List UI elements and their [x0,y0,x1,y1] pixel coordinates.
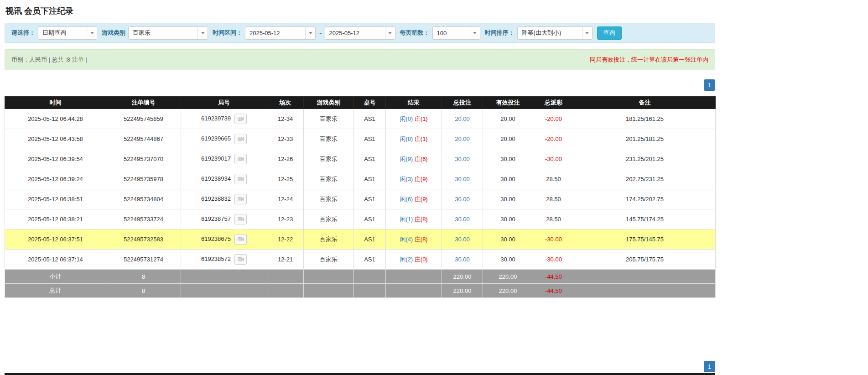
cell-note: 202.75/231.25 [574,169,716,189]
table-header-row: 时间注单编号局号场次游戏类别桌号结果总投注有效投注总派彩备注 [5,97,716,109]
cell-bet-id: 522495744867 [106,129,181,149]
cell-total-bet: 30.00 [442,250,483,270]
cell-result: 闲(0) 庄(1) [386,109,442,129]
video-replay-button[interactable] [234,214,247,224]
cell-bet-id: 522495731274 [106,250,181,270]
cell-total-bet: 30.00 [442,209,483,229]
total-row: 总计8220.00220.00-44.50 [5,284,716,298]
cell-round-id: 619239665 [181,129,267,149]
column-header: 有效投注 [483,97,533,109]
result-banker: 庄(0) [415,256,428,263]
cell-valid-bet: 30.00 [483,169,533,189]
page-size-value: 100 [433,27,470,39]
search-button[interactable]: 查询 [597,26,622,40]
chevron-down-icon[interactable] [198,27,208,39]
cell-total-bet: 30.00 [442,149,483,169]
result-player: 闲(3) [400,176,413,182]
round-id-text: 619239665 [201,135,231,142]
cell-bet-id: 522495732583 [106,229,181,250]
cell-payout: -20.00 [533,129,574,149]
cell-total-bet: 20.00 [442,109,483,129]
page-button-1[interactable]: 1 [704,79,715,91]
cell-empty [574,270,716,284]
subtotal-row: 小计8220.00220.00-44.50 [5,270,716,284]
result-banker: 庄(6) [415,156,428,162]
subtotal-count: 8 [106,270,181,284]
game-type-dropdown[interactable]: 百家乐 [128,26,208,40]
cell-table-no: AS1 [354,129,386,149]
video-replay-button[interactable] [234,174,247,184]
date-from-dropdown[interactable]: 2025-05-12 [245,26,316,40]
cell-table-no: AS1 [354,250,386,270]
video-replay-button[interactable] [234,254,247,265]
result-player: 闲(1) [400,216,413,223]
video-camera-icon [238,217,244,222]
result-banker: 庄(8) [415,236,428,243]
cell-total-bet: 30.00 [442,229,483,250]
date-range-separator: ~ [318,30,322,36]
cell-game-type: 百家乐 [304,209,354,229]
cell-bet-id: 522495737070 [106,149,181,169]
cell-payout: 28.50 [533,169,574,189]
column-header: 总派彩 [533,97,574,109]
total-label: 总计 [5,284,106,298]
cell-note: 201.25/181.25 [574,129,716,149]
result-banker: 庄(1) [415,115,428,122]
page-button-1-bottom[interactable]: 1 [704,361,715,372]
chevron-down-icon[interactable] [87,27,97,39]
bet-records-table: 时间注单编号局号场次游戏类别桌号结果总投注有效投注总派彩备注 2025-05-1… [5,96,716,298]
cell-result: 闲(1) 庄(8) [386,209,442,229]
video-replay-button[interactable] [234,194,247,204]
date-to-value: 2025-05-12 [325,27,385,39]
video-replay-button[interactable] [234,234,247,245]
cell-table-no: AS1 [354,109,386,129]
page-size-dropdown[interactable]: 100 [432,26,480,40]
chevron-down-icon[interactable] [582,27,592,39]
total-bet-link[interactable]: 30.00 [455,216,470,223]
cell-session: 12-33 [267,129,304,149]
chevron-down-icon[interactable] [305,27,315,39]
video-camera-icon [238,177,244,182]
cell-valid-bet: 20.00 [483,109,533,129]
result-banker: 庄(8) [415,216,428,223]
cell-valid-bet: 20.00 [483,129,533,149]
total-bet-link[interactable]: 30.00 [455,156,470,162]
subtotal-valid-bet: 220.00 [483,270,533,284]
chevron-down-icon[interactable] [470,27,480,39]
round-id-text: 619238832 [201,195,231,202]
cell-session: 12-34 [267,109,304,129]
cell-empty [181,284,267,298]
cell-game-type: 百家乐 [304,129,354,149]
total-bet-link[interactable]: 30.00 [455,176,470,182]
cell-note: 145.75/174.25 [574,209,716,229]
cell-result: 闲(2) 庄(0) [386,250,442,270]
second-table-header-bar [5,373,715,375]
total-bet-link[interactable]: 20.00 [455,135,470,142]
filter-group-date-range: 时间区间： 2025-05-12 ~ 2025-05-12 [213,26,395,40]
total-bet-link[interactable]: 30.00 [455,196,470,203]
select-type-value: 日期查询 [38,27,87,39]
total-bet-link[interactable]: 30.00 [455,236,470,243]
table-row: 2025-05-12 06:37:14522495731274619238572… [5,250,716,270]
video-replay-button[interactable] [234,154,247,164]
cell-table-no: AS1 [354,149,386,169]
date-to-dropdown[interactable]: 2025-05-12 [325,26,395,40]
result-player: 闲(9) [400,156,413,162]
chevron-down-icon[interactable] [385,27,395,39]
cell-payout: -30.00 [533,149,574,169]
cell-round-id: 619238572 [181,250,267,270]
filter-bar: 请选择： 日期查询 游戏类别 百家乐 时间区间： 2025-05-12 ~ 20… [5,23,715,43]
cell-time: 2025-05-12 06:43:58 [5,129,106,149]
select-type-dropdown[interactable]: 日期查询 [38,26,97,40]
total-bet-link[interactable]: 20.00 [455,115,470,122]
cell-bet-id: 522495735978 [106,169,181,189]
video-camera-icon [238,156,244,161]
video-replay-button[interactable] [234,134,247,144]
cell-table-no: AS1 [354,189,386,209]
table-row: 2025-05-12 06:44:28522495745859619239739… [5,109,716,129]
total-bet-link[interactable]: 30.00 [455,256,470,263]
video-replay-button[interactable] [234,114,247,124]
time-sort-dropdown[interactable]: 降幂(由大到小) [517,26,593,40]
table-row: 2025-05-12 06:43:58522495744867619239665… [5,129,716,149]
cell-result: 闲(8) 庄(1) [386,129,442,149]
